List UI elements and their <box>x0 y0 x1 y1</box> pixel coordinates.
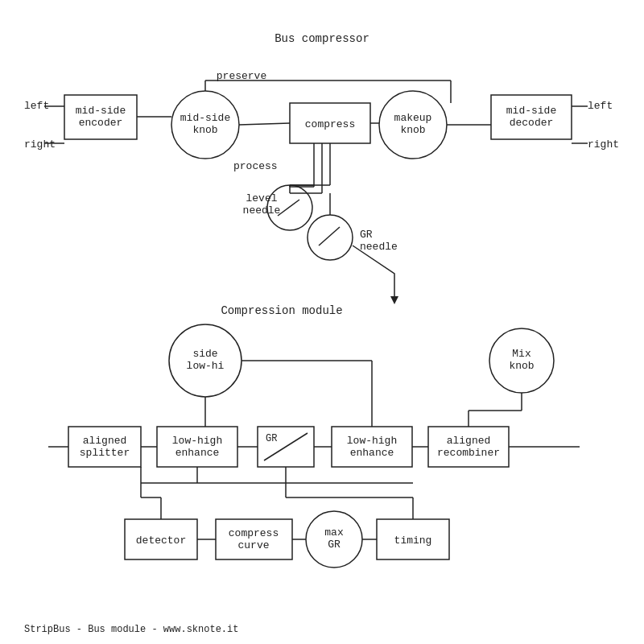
arrow-head <box>390 296 398 304</box>
footer-text: StripBus - Bus module - www.sknote.it <box>24 624 238 635</box>
right-in-label: right <box>24 138 56 151</box>
mid-side-encoder-label2: encoder <box>79 117 123 129</box>
aligned-splitter-label2: splitter <box>80 447 130 459</box>
makeup-knob-label2: knob <box>400 124 425 136</box>
mid-side-knob-label2: knob <box>192 124 217 136</box>
side-low-hi-label1: side <box>192 348 217 360</box>
low-high-enhance1-label1: low-high <box>172 435 222 447</box>
low-high-enhance2-label2: enhance <box>350 447 394 459</box>
mix-knob-label2: knob <box>509 360 534 372</box>
max-gr-label1: max <box>324 526 344 539</box>
process-wire <box>239 123 290 125</box>
makeup-knob-label1: makeup <box>394 112 432 124</box>
main-title: Bus compressor <box>275 32 369 45</box>
gr-arrow <box>353 246 394 302</box>
gr-needle-circle <box>308 215 353 260</box>
left-out-label: left <box>588 100 613 112</box>
right-out-label: right <box>588 138 619 151</box>
compress-curve-label1: compress <box>229 527 279 539</box>
process-label: process <box>233 160 278 172</box>
mid-side-knob-label1: mid-side <box>180 112 230 124</box>
max-gr-label2: GR <box>328 539 341 551</box>
mid-side-encoder-label1: mid-side <box>76 105 126 117</box>
gr-needle-label2: needle <box>360 241 398 253</box>
compress-label: compress <box>305 118 355 130</box>
detector-label: detector <box>136 535 186 547</box>
aligned-splitter-label1: aligned <box>83 435 127 447</box>
aligned-recombiner-label1: aligned <box>447 435 491 447</box>
level-needle-label1: level <box>246 192 277 204</box>
low-high-enhance1-label2: enhance <box>175 447 220 459</box>
compress-curve-label2: curve <box>237 539 269 551</box>
side-low-hi-label2: low-hi <box>187 360 225 372</box>
low-high-enhance2-label1: low-high <box>347 435 397 447</box>
timing-label: timing <box>394 535 432 547</box>
mix-knob-label1: Mix <box>512 348 531 360</box>
aligned-recombiner-label2: recombiner <box>437 447 500 459</box>
gr-needle-label1: GR <box>360 229 373 241</box>
mid-side-decoder-label2: decoder <box>510 117 554 129</box>
gr-box-label: GR <box>266 433 277 444</box>
mid-side-decoder-label1: mid-side <box>506 105 556 117</box>
level-needle-label2: needle <box>243 204 281 217</box>
compression-module-label: Compression module <box>221 304 342 317</box>
